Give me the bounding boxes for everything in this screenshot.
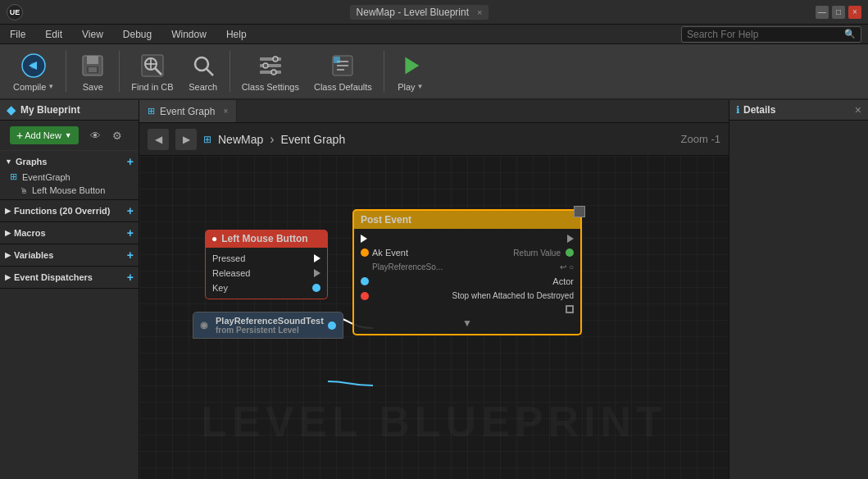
- macros-add-button[interactable]: +: [127, 226, 134, 240]
- nav-forward-button[interactable]: ▶: [175, 129, 197, 150]
- find-in-cb-label: Find in CB: [131, 82, 173, 92]
- lmb-key-pin: [312, 284, 320, 292]
- functions-arrow-icon: ▶: [5, 207, 11, 215]
- title-bar: UE NewMap - Level Blueprint × — □ ×: [0, 0, 868, 25]
- post-event-actor-pin: [361, 277, 369, 285]
- left-mouse-button-node[interactable]: ● Left Mouse Button Pressed Released Key: [205, 230, 328, 299]
- compile-icon: [19, 51, 48, 80]
- event-dispatchers-section-header[interactable]: ▶ Event Dispatchers +: [0, 269, 139, 285]
- macros-section-header[interactable]: ▶ Macros +: [0, 225, 139, 241]
- main-area: ◆ My Blueprint + Add New ▼ 👁 ⚙ ▼ Graphs …: [0, 100, 868, 479]
- panel-add-new-row: + Add New ▼ 👁 ⚙: [0, 121, 139, 151]
- lmb-pressed-row: Pressed: [206, 251, 327, 266]
- menu-file[interactable]: File: [7, 27, 29, 42]
- left-panel-header: ◆ My Blueprint: [0, 100, 139, 121]
- play-icon: [396, 51, 425, 80]
- event-dispatchers-add-button[interactable]: +: [127, 271, 134, 284]
- var-ref-icon: ◉: [200, 320, 208, 331]
- add-new-label: Add New: [25, 130, 61, 140]
- nav-back-button[interactable]: ◀: [148, 129, 169, 150]
- post-event-body: Ak Event Return Value PlayReferenceSo...…: [352, 229, 582, 335]
- graphs-label: Graphs: [16, 157, 48, 167]
- post-event-actor-label: Actor: [552, 276, 574, 286]
- maximize-button[interactable]: □: [832, 6, 845, 19]
- play-button[interactable]: Play▼: [389, 48, 432, 95]
- post-event-ak-label: Ak Event: [372, 248, 408, 258]
- post-event-checkbox[interactable]: [566, 305, 574, 313]
- menu-view[interactable]: View: [79, 27, 107, 42]
- functions-section: ▶ Functions (20 Overrid) +: [0, 200, 139, 222]
- gear-button[interactable]: ⚙: [108, 126, 126, 144]
- post-event-exec-out: [567, 235, 574, 243]
- svg-marker-24: [405, 57, 419, 75]
- event-dispatchers-label: Event Dispatchers: [14, 272, 93, 282]
- search-for-help-input[interactable]: [687, 29, 844, 40]
- corner-pin: [574, 206, 585, 217]
- graph-tab-bar: ⊞ Event Graph ×: [139, 100, 729, 123]
- functions-add-button[interactable]: +: [127, 204, 134, 217]
- search-button[interactable]: Search: [182, 48, 225, 95]
- find-in-cb-button[interactable]: Find in CB: [125, 48, 180, 95]
- class-defaults-button[interactable]: Class Defaults: [307, 48, 379, 95]
- tab-icon: ⊞: [148, 106, 155, 116]
- graphs-add-button[interactable]: +: [127, 155, 134, 168]
- center-panel: ⊞ Event Graph × ◀ ▶ ⊞ NewMap › Event Gra…: [139, 100, 729, 479]
- svg-point-18: [271, 70, 276, 75]
- post-event-title: Post Event: [361, 214, 411, 226]
- save-button[interactable]: Save: [71, 48, 114, 95]
- add-new-button[interactable]: + Add New ▼: [10, 126, 79, 144]
- title-bar-close-tab[interactable]: ×: [477, 7, 482, 17]
- lmb-released-label: Released: [212, 268, 250, 278]
- menu-help[interactable]: Help: [223, 27, 250, 42]
- post-event-node[interactable]: Post Event Ak Event Return Value: [352, 209, 582, 335]
- variable-ref-node[interactable]: ◉ PlayReferenceSoundTest from Persistent…: [193, 312, 343, 339]
- breadcrumb-icon: ⊞: [203, 134, 211, 145]
- compile-button[interactable]: Compile▼: [7, 48, 61, 95]
- variables-add-button[interactable]: +: [127, 249, 134, 262]
- macros-arrow-icon: ▶: [5, 229, 11, 237]
- search-help-icon: 🔍: [844, 29, 856, 39]
- post-event-actor-row: Actor: [354, 274, 580, 289]
- variables-arrow-icon: ▶: [5, 251, 11, 259]
- graph-breadcrumb: ⊞ NewMap › Event Graph: [203, 132, 345, 147]
- title-bar-tab[interactable]: NewMap - Level Blueprint ×: [350, 5, 489, 20]
- ue-logo: UE: [7, 4, 23, 21]
- graphs-section: ▼ Graphs + ⊞ EventGraph 🖱 Left Mouse But…: [0, 151, 139, 200]
- class-defaults-label: Class Defaults: [314, 82, 372, 92]
- variables-section-header[interactable]: ▶ Variables +: [0, 247, 139, 263]
- event-graph-tab[interactable]: ⊞ Event Graph ×: [139, 100, 237, 122]
- toolbar-divider-3: [229, 51, 230, 92]
- svg-rect-23: [334, 57, 340, 63]
- add-new-dropdown-icon: ▼: [65, 131, 72, 139]
- event-dispatchers-arrow-icon: ▶: [5, 273, 11, 281]
- functions-section-header[interactable]: ▶ Functions (20 Overrid) +: [0, 203, 139, 219]
- tab-label: Event Graph: [160, 106, 215, 117]
- details-close-button[interactable]: ×: [855, 103, 861, 116]
- menu-debug[interactable]: Debug: [120, 27, 155, 42]
- macros-section: ▶ Macros +: [0, 222, 139, 244]
- graphs-section-header[interactable]: ▼ Graphs +: [0, 153, 139, 170]
- post-event-stop-label: Stop when Attached to Destroyed: [452, 291, 574, 300]
- lmb-node-body: Pressed Released Key: [205, 248, 328, 299]
- svg-point-16: [273, 57, 278, 62]
- menu-window[interactable]: Window: [168, 27, 210, 42]
- lmb-released-pin: [314, 269, 320, 277]
- title-bar-controls: — □ ×: [816, 6, 861, 19]
- left-mouse-button-item[interactable]: 🖱 Left Mouse Button: [0, 184, 139, 197]
- event-graph-item[interactable]: ⊞ EventGraph: [0, 170, 139, 184]
- title-bar-title: NewMap - Level Blueprint: [357, 7, 469, 18]
- search-label: Search: [189, 82, 217, 92]
- tab-close-button[interactable]: ×: [223, 107, 228, 116]
- lmb-header-icon: ●: [211, 233, 217, 244]
- close-button[interactable]: ×: [848, 6, 861, 19]
- graph-canvas[interactable]: LEVEL BLUEPRINT ● Left Mouse Button Pres…: [139, 156, 729, 479]
- add-new-icon: +: [16, 129, 23, 142]
- title-bar-left: UE: [7, 4, 23, 21]
- post-event-header: Post Event: [352, 209, 582, 229]
- class-settings-button[interactable]: Class Settings: [235, 48, 306, 95]
- search-for-help[interactable]: 🔍: [681, 26, 861, 43]
- post-event-playref-label: PlayReferenceSo...: [372, 262, 443, 271]
- minimize-button[interactable]: —: [816, 6, 829, 19]
- eye-button[interactable]: 👁: [87, 126, 105, 144]
- menu-edit[interactable]: Edit: [42, 27, 66, 42]
